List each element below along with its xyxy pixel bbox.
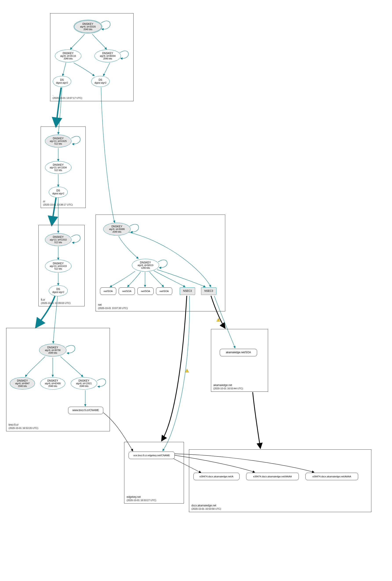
zone-label: fi.cr (2020-10-01 13:39:03 UTC)	[41, 298, 70, 305]
dnskey-bncr-z2: DNSKEY alg=8, id=42499 2048 bits	[40, 377, 65, 390]
ds-root-2: DS digest alg=2	[91, 76, 110, 87]
ds-ficr: DS digest alg=2	[49, 285, 68, 296]
zone-name: fi.cr	[41, 298, 45, 301]
rr-nsec3-1: NSEC3	[180, 288, 195, 295]
ds-cr: DS digest alg=2	[49, 186, 68, 198]
dnskey-root-zsk2: DNSKEY alg=8, id=46594 2048 bits	[94, 50, 121, 62]
zone-name: akamaiedge.net	[213, 384, 232, 387]
zone-label: dscx.akamaiedge.net (2020-10-01 16:53:58…	[192, 504, 221, 510]
rr-dscx-a: e38474.dscx.akamaiedge.net/A	[193, 473, 239, 480]
warning-icon	[185, 369, 190, 373]
zone-name: .	[52, 93, 53, 96]
zone-name: bncr.fi.cr	[8, 423, 18, 426]
rr-edgekey-cname: oce.bncr.fi.cr.edgekey.net/CNAME	[129, 452, 175, 459]
diagram-stage: . (2020-10-01 13:07:17 UTC) DNSKEY alg=8…	[0, 0, 392, 581]
zone-name: dscx.akamaiedge.net	[192, 504, 216, 507]
rr-net-soa-3: net/SOA	[137, 288, 154, 295]
zone-name: cr	[43, 200, 45, 203]
dnskey-net-ksk: DNSKEY alg=8, id=35886 2048 bits	[103, 223, 131, 236]
rr-nsec3-2: NSEC3	[201, 288, 216, 295]
zone-time: (2020-10-01 13:38:17 UTC)	[43, 203, 73, 206]
zone-time: (2020-10-01 16:53:44 UTC)	[213, 387, 243, 390]
dnskey-net-zsk: DNSKEY alg=8, id=56519 1280 bits	[132, 259, 159, 272]
zone-dscx: dscx.akamaiedge.net (2020-10-01 16:53:58…	[189, 450, 371, 512]
zone-time: (2020-10-01 16:53:20 UTC)	[8, 427, 38, 429]
zone-time: (2020-10-01 13:07:17 UTC)	[52, 96, 82, 99]
rr-net-soa-4: net/SOA	[156, 288, 172, 295]
rr-dscx-aaaa-2: e38474.dscx.akamaiedge.net/AAAA	[305, 473, 358, 480]
zone-name: edgekey.net	[127, 496, 141, 498]
dnskey-root-zsk1: DNSKEY alg=8, id=26116 2048 bits	[55, 50, 81, 62]
zone-akamaiedge: akamaiedge.net (2020-10-01 16:53:44 UTC)	[211, 329, 268, 392]
rr-net-soa-1: net/SOA	[100, 288, 116, 295]
zone-label: bncr.fi.cr (2020-10-01 16:53:20 UTC)	[8, 423, 38, 430]
zone-time: (2020-10-01 16:53:27 UTC)	[127, 499, 156, 502]
warning-icon	[216, 318, 221, 322]
zone-label: net (2020-10-01 13:07:33 UTC)	[98, 303, 128, 310]
zone-label: edgekey.net (2020-10-01 16:53:27 UTC)	[127, 496, 156, 502]
dnskey-ficr-ksk: DNSKEY alg=13, id=51910 512 bits	[45, 233, 71, 246]
zone-time: (2020-10-01 16:53:58 UTC)	[192, 508, 221, 510]
dnskey-bncr-z3: DNSKEY alg=8, id=13921 2048 bits	[71, 377, 97, 390]
dnskey-ficr-zsk: DNSKEY alg=13, id=61419 512 bits	[45, 260, 71, 272]
zone-label: . (2020-10-01 13:07:17 UTC)	[52, 93, 82, 100]
ds-root-1: DS digest alg=2	[53, 76, 71, 87]
svg-rect-0	[218, 319, 219, 320]
dnskey-cr-ksk: DNSKEY alg=13, id=51625 512 bits	[45, 135, 71, 148]
rr-akamaiedge-soa: akamaiedge.net/SOA	[220, 349, 257, 356]
rr-bncr-cname: www.bncr.fi.cr/CNAME	[68, 407, 103, 414]
zone-name: net	[98, 303, 102, 306]
dnskey-bncr-ksk: DNSKEY alg=8, id=30790 2048 bits	[39, 344, 66, 356]
dnskey-bncr-z1: DNSKEY alg=8, id=9847 2048 bits	[10, 377, 35, 390]
rr-net-soa-2: net/SOA	[119, 288, 135, 295]
zone-time: (2020-10-01 13:39:03 UTC)	[41, 302, 70, 304]
svg-rect-3	[187, 372, 187, 372]
dnskey-root-ksk: DNSKEY alg=8, id=20326 2048 bits	[74, 20, 102, 34]
zone-label: akamaiedge.net (2020-10-01 16:53:44 UTC)	[213, 384, 243, 390]
dnskey-cr-zsk: DNSKEY alg=13, id=11634 512 bits	[45, 161, 71, 174]
zone-label: cr (2020-10-01 13:38:17 UTC)	[43, 200, 73, 206]
zone-time: (2020-10-01 13:07:33 UTC)	[98, 307, 128, 310]
zone-edgekey: edgekey.net (2020-10-01 16:53:27 UTC)	[124, 442, 184, 504]
svg-rect-1	[218, 321, 219, 321]
rr-dscx-aaaa-1: e38474.dscx.akamaiedge.net/AAAA	[246, 473, 299, 480]
svg-rect-2	[187, 370, 187, 371]
